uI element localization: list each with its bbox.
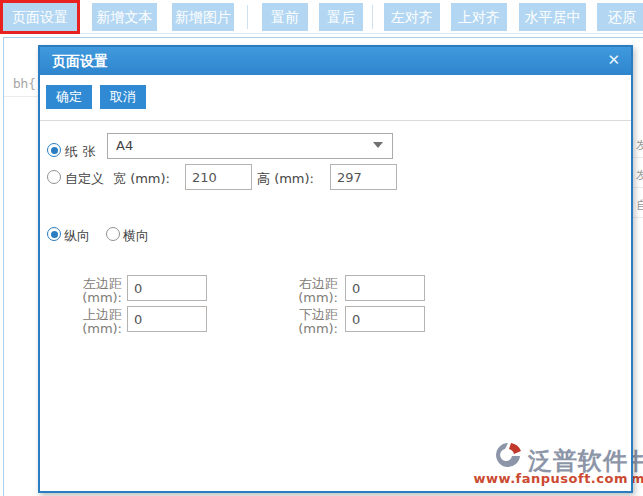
landscape-radio-label: 横向 xyxy=(123,227,149,245)
ok-button[interactable]: 确定 xyxy=(46,85,92,109)
margin-left-input[interactable] xyxy=(127,275,207,301)
fanpu-logo-icon xyxy=(492,440,528,474)
background-fragment: 自 xyxy=(636,197,643,214)
background-row-divider xyxy=(4,96,38,97)
dialog-title: 页面设置 xyxy=(40,47,631,75)
brand-url: www.fanpusoft.com xyxy=(473,471,628,486)
height-input[interactable] xyxy=(330,164,397,190)
margin-right-input[interactable] xyxy=(345,275,425,301)
page-setup-dialog: 页面设置 ✕ 确定 取消 纸 张 A4 自定义 宽 (mm): 高 (mm): … xyxy=(38,45,633,493)
margin-bottom-input[interactable] xyxy=(345,306,425,332)
background-fragment: 发 xyxy=(636,137,643,154)
toolbar-separator xyxy=(247,5,248,29)
portrait-radio[interactable] xyxy=(47,227,61,241)
paper-size-select[interactable]: A4 xyxy=(107,133,393,159)
paper-radio-label: 纸 张 xyxy=(65,143,95,161)
portrait-radio-label: 纵向 xyxy=(64,227,90,245)
height-label: 高 (mm): xyxy=(257,170,314,188)
close-icon[interactable]: ✕ xyxy=(607,47,620,75)
toolbar-button-align-top[interactable]: 上对齐 xyxy=(451,3,507,31)
margin-top-label: 上边距(mm): xyxy=(60,308,122,336)
page: bh{ 发 发 自 泛普软件 www.fanpusoft.com 页面设置 新增… xyxy=(0,0,643,496)
toolbar-separator xyxy=(372,5,373,29)
toolbar-button-add-image[interactable]: 新增图片 xyxy=(172,3,234,31)
custom-size-radio[interactable] xyxy=(47,170,61,184)
toolbar-button-center-horizontal[interactable]: 水平居中 xyxy=(519,3,586,31)
margin-left-label: 左边距(mm): xyxy=(60,277,122,305)
dialog-divider xyxy=(40,120,631,121)
margin-top-input[interactable] xyxy=(127,306,207,332)
toolbar-button-add-text[interactable]: 新增文本 xyxy=(92,3,157,31)
landscape-radio[interactable] xyxy=(106,227,120,241)
cancel-button[interactable]: 取消 xyxy=(100,85,146,109)
chevron-down-icon xyxy=(373,142,383,148)
width-input[interactable] xyxy=(185,164,252,190)
brand-watermark: 泛普软件 www.fanpusoft.com xyxy=(473,440,628,486)
toolbar-button-bring-front[interactable]: 置前 xyxy=(262,3,308,31)
custom-size-radio-label: 自定义 xyxy=(65,170,104,188)
background-field-text: bh{ xyxy=(13,77,36,91)
paper-size-value: A4 xyxy=(116,138,133,153)
paper-radio[interactable] xyxy=(47,143,61,157)
toolbar-button-send-back[interactable]: 置后 xyxy=(319,3,363,31)
toolbar-button-page-setup[interactable]: 页面设置 xyxy=(3,3,77,31)
background-fragment: 发 xyxy=(636,167,643,184)
toolbar-button-restore[interactable]: 还原 xyxy=(597,3,643,31)
margin-bottom-label: 下边距(mm): xyxy=(276,308,338,336)
margin-right-label: 右边距(mm): xyxy=(276,277,338,305)
toolbar: 页面设置 新增文本 新增图片 置前 置后 左对齐 上对齐 水平居中 还原 xyxy=(0,0,643,34)
width-label: 宽 (mm): xyxy=(113,170,170,188)
toolbar-button-align-left[interactable]: 左对齐 xyxy=(384,3,440,31)
